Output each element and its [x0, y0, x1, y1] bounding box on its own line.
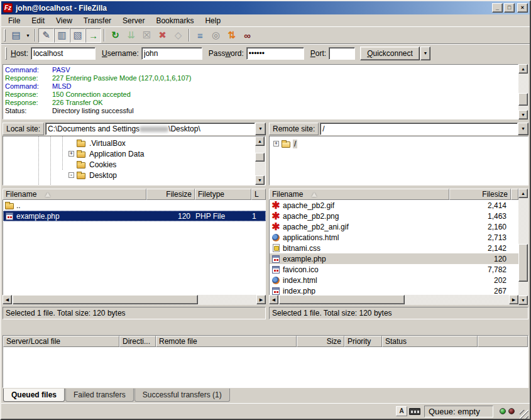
tree-item[interactable]: .VirtualBox — [68, 138, 127, 148]
data-type-indicator-icon[interactable]: A — [396, 406, 407, 416]
file-row[interactable]: bitnami.css 2,142 — [270, 243, 518, 253]
message-log[interactable]: Command:PASV Response:227 Entering Passi… — [3, 64, 518, 119]
queue-body[interactable] — [3, 347, 528, 387]
tree-item[interactable]: + Application Data — [68, 148, 145, 159]
scroll-up-icon[interactable]: ▲ — [518, 64, 528, 74]
toggle-local-tree-button[interactable]: ▥ — [54, 28, 70, 43]
remote-file-list[interactable]: ✱apache_pb2.gif 2,414 ✱apache_pb2.png 1,… — [269, 200, 518, 295]
column-header-remote-file[interactable]: Remote file — [156, 336, 297, 347]
file-row[interactable]: ✱apache_pb2.gif 2,414 — [270, 200, 518, 211]
port-input[interactable] — [329, 47, 355, 60]
scroll-down-icon[interactable]: ▼ — [255, 175, 265, 185]
file-row-selected[interactable]: example.php 120 PHP File 1 — [3, 211, 266, 221]
scroll-right-icon[interactable]: ▶ — [256, 295, 266, 304]
host-input[interactable] — [31, 47, 96, 60]
tree-item[interactable]: - Desktop — [68, 170, 118, 180]
synchronized-browsing-button[interactable]: ⇅ — [224, 28, 239, 43]
column-header-filesize[interactable]: Filesize — [146, 189, 195, 200]
local-horizontal-scrollbar[interactable]: ◀ ▶ — [3, 295, 266, 305]
remote-directory-tree[interactable]: + / — [270, 136, 528, 185]
toggle-queue-button[interactable]: → — [85, 28, 101, 43]
local-path-dropdown[interactable]: ▼ — [255, 123, 266, 135]
local-tree-scrollbar[interactable]: ▲ ▼ — [255, 136, 265, 185]
scrollbar-thumb[interactable] — [279, 295, 405, 304]
toggle-message-log-button[interactable]: ✎ — [38, 28, 54, 43]
scroll-left-icon[interactable]: ◀ — [269, 295, 278, 304]
menu-transfer[interactable]: Transfer — [78, 15, 117, 26]
column-header-filename[interactable]: Filename — [3, 189, 146, 200]
minimize-button[interactable]: _ — [492, 3, 503, 13]
maximize-button[interactable]: □ — [504, 3, 515, 13]
filter-button[interactable]: ≡ — [192, 28, 208, 43]
column-header-server-local-file[interactable]: Server/Local file — [3, 336, 119, 347]
column-header-direction[interactable]: Directi... — [119, 336, 156, 347]
column-header-filesize[interactable]: Filesize — [449, 189, 511, 200]
toggle-remote-tree-button[interactable]: ▧ — [70, 28, 85, 43]
tree-item[interactable]: + / — [273, 138, 297, 149]
scroll-down-icon[interactable]: ▼ — [518, 110, 528, 119]
remote-site-combo[interactable]: / ▼ — [320, 123, 528, 135]
menu-edit[interactable]: Edit — [26, 15, 50, 26]
column-header-size[interactable]: Size — [297, 336, 344, 347]
scroll-down-icon[interactable]: ▼ — [518, 296, 528, 305]
resize-grip[interactable] — [520, 410, 528, 419]
file-row[interactable]: applications.html 2,713 — [270, 232, 518, 243]
toolbar-grip[interactable] — [4, 29, 6, 41]
speed-limits-icon[interactable] — [409, 408, 420, 415]
scrollbar-thumb[interactable] — [255, 153, 265, 162]
disconnect-button[interactable]: ✖ — [155, 28, 170, 43]
local-site-combo[interactable]: C:\Documents and Settings\Desktop\ ▼ — [45, 123, 266, 135]
directory-comparison-button[interactable]: ◎ — [208, 28, 224, 43]
file-row[interactable]: favicon.ico 7,782 — [270, 264, 518, 275]
menu-bookmarks[interactable]: Bookmarks — [150, 15, 199, 26]
menu-server[interactable]: Server — [117, 15, 150, 26]
scroll-up-icon[interactable]: ▲ — [255, 136, 265, 146]
local-directory-tree[interactable]: .VirtualBox + Application Data Cookies - — [3, 136, 255, 185]
scrollbar-thumb[interactable] — [13, 295, 198, 304]
quickconnect-grip[interactable] — [5, 47, 7, 60]
process-queue-button[interactable]: ⇊ — [123, 28, 139, 43]
remote-vertical-scrollbar[interactable]: ▲ ▼ — [518, 189, 528, 305]
reconnect-button[interactable]: ◇ — [170, 28, 186, 43]
collapse-icon[interactable]: - — [68, 172, 74, 178]
file-row[interactable]: index.php 267 — [270, 285, 518, 295]
menu-file[interactable]: File — [3, 15, 26, 26]
log-vertical-scrollbar[interactable]: ▲ ▼ — [518, 64, 528, 119]
column-header-lastmodified[interactable]: L — [251, 189, 266, 200]
expand-icon[interactable]: + — [68, 151, 74, 157]
local-file-list[interactable]: .. example.php 120 PHP File 1 — [3, 200, 266, 295]
file-row[interactable]: index.html 202 — [270, 275, 518, 285]
local-path[interactable]: C:\Documents and Settings\Desktop\ — [45, 123, 255, 135]
username-input[interactable] — [141, 47, 202, 60]
tab-queued-files[interactable]: Queued files — [3, 389, 65, 402]
scroll-left-icon[interactable]: ◀ — [3, 295, 12, 304]
quickconnect-dropdown[interactable]: ▼ — [420, 47, 430, 60]
close-button[interactable]: × — [517, 3, 528, 13]
file-row[interactable]: ✱apache_pb2.png 1,463 — [270, 211, 518, 221]
cancel-operation-button[interactable]: ☒ — [139, 28, 155, 43]
scroll-right-icon[interactable]: ▶ — [509, 295, 518, 304]
column-header-priority[interactable]: Priority — [344, 336, 382, 347]
file-row-selected[interactable]: example.php 120 — [270, 253, 518, 264]
site-manager-button[interactable]: ▤ — [8, 28, 24, 43]
tree-item[interactable]: Cookies — [68, 159, 118, 170]
file-row[interactable]: ✱apache_pb2_ani.gif 2,160 — [270, 221, 518, 232]
file-row[interactable]: .. — [3, 200, 266, 211]
menu-view[interactable]: View — [50, 15, 78, 26]
remote-path[interactable]: / — [320, 123, 518, 135]
find-files-button[interactable]: ∞ — [239, 28, 255, 43]
scrollbar-thumb[interactable] — [518, 93, 528, 106]
remote-path-dropdown[interactable]: ▼ — [518, 123, 528, 135]
password-input[interactable] — [246, 47, 304, 60]
quickconnect-button[interactable]: Quickconnect — [360, 47, 420, 60]
expand-icon[interactable]: + — [273, 141, 279, 146]
menu-help[interactable]: Help — [199, 15, 226, 26]
scroll-up-icon[interactable]: ▲ — [518, 189, 528, 198]
refresh-button[interactable]: ↻ — [107, 28, 123, 43]
remote-horizontal-scrollbar[interactable]: ◀ ▶ — [269, 295, 518, 305]
column-header-status[interactable]: Status — [382, 336, 478, 347]
column-header-filename[interactable]: Filename — [269, 189, 449, 200]
site-manager-dropdown[interactable]: ▼ — [24, 28, 32, 43]
column-header-filetype[interactable]: Filetype — [195, 189, 251, 200]
tab-failed-transfers[interactable]: Failed transfers — [65, 389, 134, 402]
